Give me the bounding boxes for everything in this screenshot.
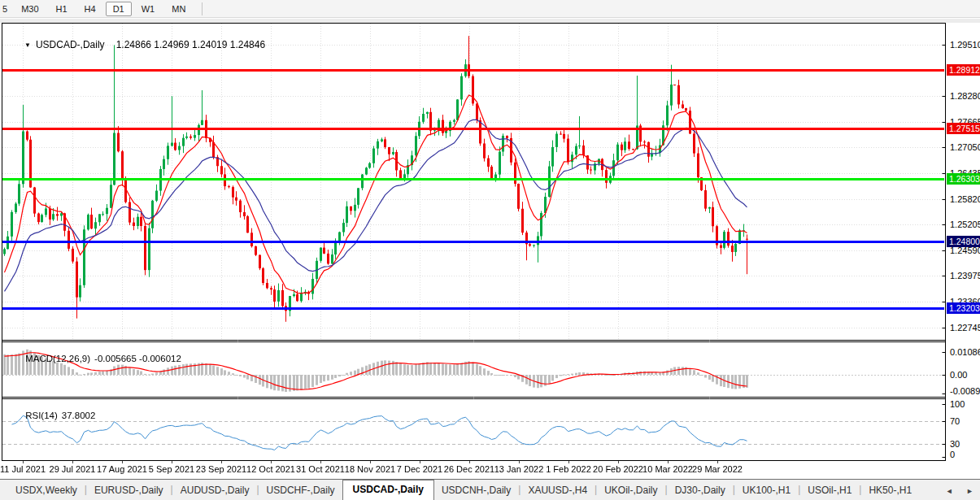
time-tick-mark [271, 461, 272, 463]
time-tick-mark [618, 461, 619, 463]
price-line-badge: 1.28912 [947, 64, 980, 76]
price-tick-label: 1.27050 [950, 142, 980, 152]
time-tick-mark [122, 461, 123, 463]
date-label: 7 Dec 2021 [397, 464, 442, 474]
timeframe-button-5[interactable]: 5 [0, 2, 11, 16]
tabs-scroll-left-icon[interactable]: ◄ [946, 487, 953, 495]
date-label: 10 Mar 2022 [642, 464, 693, 474]
price-tick-label: 1.28280 [950, 91, 980, 101]
macd-name: MACD(12,26,9) [25, 354, 90, 363]
rsi-value: 37.8002 [62, 411, 96, 420]
date-label: 29 Jul 2021 [50, 464, 96, 474]
symbol-tab-xauusd-h4[interactable]: XAUUSD-,H4 [520, 481, 595, 500]
chart-ohlc-values: 1.24866 1.24969 1.24019 1.24846 [116, 39, 266, 50]
chart-area: ▼USDCAD-,Daily1.24866 1.24969 1.24019 1.… [0, 23, 980, 461]
timeframe-button-H4[interactable]: H4 [77, 2, 103, 16]
time-tick-mark [370, 461, 371, 463]
symbol-tab-ukoil-daily[interactable]: UKOil-,Daily [597, 481, 664, 500]
date-label: 5 Sep 2021 [149, 464, 194, 474]
date-label: 23 Sep 2021 [196, 464, 246, 474]
price-line-badge: 1.26303 [947, 173, 980, 185]
symbol-tab-hk50-h1[interactable]: HK50-,H1 [861, 481, 919, 500]
date-label: 1 Feb 2022 [546, 464, 591, 474]
chevron-down-icon[interactable]: ▼ [24, 41, 31, 49]
time-axis[interactable]: 11 Jul 202129 Jul 202117 Aug 20215 Sep 2… [0, 461, 946, 479]
tabs-scroll-right-icon[interactable]: ► [966, 487, 973, 495]
time-tick-mark [568, 461, 569, 463]
time-tick-mark [23, 461, 24, 463]
symbol-tab-usdcnh-daily[interactable]: USDCNH-,Daily [434, 481, 518, 500]
symbol-tab-audusd-daily[interactable]: AUDUSD-,Daily [173, 481, 257, 500]
chart-symbol-label: USDCAD-,Daily [36, 39, 105, 50]
price-tick-label: 1.23975 [950, 271, 980, 280]
rsi-axis-level-label: 30 [950, 439, 960, 449]
price-tick-label: 1.25205 [950, 220, 980, 229]
timeframe-button-MN[interactable]: MN [164, 2, 193, 16]
timeframe-button-H1[interactable]: H1 [49, 2, 75, 16]
chart-tab-bar: USDX,Weekly|EURUSD-,Daily|AUDUSD-,Daily|… [0, 479, 980, 500]
price-tick-label: 1.29510 [950, 40, 980, 50]
timeframe-button-M30[interactable]: M30 [14, 2, 46, 16]
symbol-tab-dj30-daily[interactable]: DJ30-,Daily [668, 481, 733, 500]
price-chart-canvas[interactable] [0, 23, 946, 461]
toolbar-separator [202, 2, 203, 15]
price-line-badge: 1.23203 [947, 302, 980, 314]
date-label: 11 Jul 2021 [0, 464, 46, 474]
symbol-tab-uk100-h1[interactable]: UK100-,H1 [735, 481, 798, 500]
time-tick-mark [519, 461, 520, 463]
date-label: 31 Oct 2021 [296, 464, 345, 474]
macd-values: -0.005665 -0.006012 [94, 354, 181, 363]
timeframe-toolbar: 5M30H1H4D1W1MN [0, 0, 980, 18]
symbol-tab-usdcad-daily[interactable]: USDCAD-,Daily [342, 480, 434, 500]
price-tick-label: 1.22745 [950, 323, 980, 333]
time-tick-mark [320, 461, 321, 463]
symbol-tab-usdx-weekly[interactable]: USDX,Weekly [8, 481, 85, 500]
date-label: 12 Oct 2021 [246, 464, 295, 474]
time-tick-mark [420, 461, 420, 463]
time-tick-mark [668, 461, 669, 463]
macd-indicator-label: MACD(12,26,9)-0.005665 -0.006012 [10, 344, 181, 373]
symbol-tab-usdchf-daily[interactable]: USDCHF-,Daily [259, 481, 342, 500]
time-tick-mark [221, 461, 222, 463]
date-label: 18 Nov 2021 [345, 464, 395, 474]
date-label: 26 Dec 2021 [444, 464, 494, 474]
trading-terminal-window: 5M30H1H4D1W1MN ▼USDCAD-,Daily1.24866 1.2… [0, 0, 980, 500]
symbol-tab-usoil-h1[interactable]: USOil-,H1 [800, 481, 859, 500]
price-line-badge: 1.24800 [947, 236, 980, 247]
tab-scroll-arrows: ◄ ► [934, 487, 973, 495]
rsi-name: RSI(14) [25, 411, 58, 420]
date-label: 29 Mar 2022 [692, 464, 743, 474]
chart-header: ▼USDCAD-,Daily1.24866 1.24969 1.24019 1.… [8, 28, 265, 62]
symbol-tab-eurusd-daily[interactable]: EURUSD-,Daily [87, 481, 171, 500]
rsi-indicator-label: RSI(14)37.8002 [10, 401, 95, 430]
time-tick-mark [172, 461, 172, 463]
rsi-axis-level-label: 0 [950, 450, 955, 459]
macd-axis-zero-label: 0.00 [950, 370, 967, 380]
time-tick-mark [72, 461, 73, 463]
price-line-badge: 1.27515 [947, 123, 980, 134]
time-tick-mark [469, 461, 470, 463]
timeframe-button-W1[interactable]: W1 [134, 2, 163, 16]
price-tick-label: 1.25820 [950, 194, 980, 204]
price-axis[interactable]: 1.295101.282801.276651.270501.264351.258… [946, 23, 980, 461]
date-label: 13 Jan 2022 [494, 464, 544, 474]
macd-axis-min-label: -0.008974 [950, 386, 980, 396]
timeframe-button-D1[interactable]: D1 [106, 2, 132, 16]
time-tick-mark [717, 461, 718, 463]
date-label: 20 Feb 2022 [593, 464, 643, 474]
date-label: 17 Aug 2021 [97, 464, 147, 474]
rsi-axis-level-label: 100 [950, 399, 965, 409]
macd-axis-max-label: 0.010869 [950, 347, 980, 357]
rsi-axis-level-label: 70 [950, 416, 960, 426]
